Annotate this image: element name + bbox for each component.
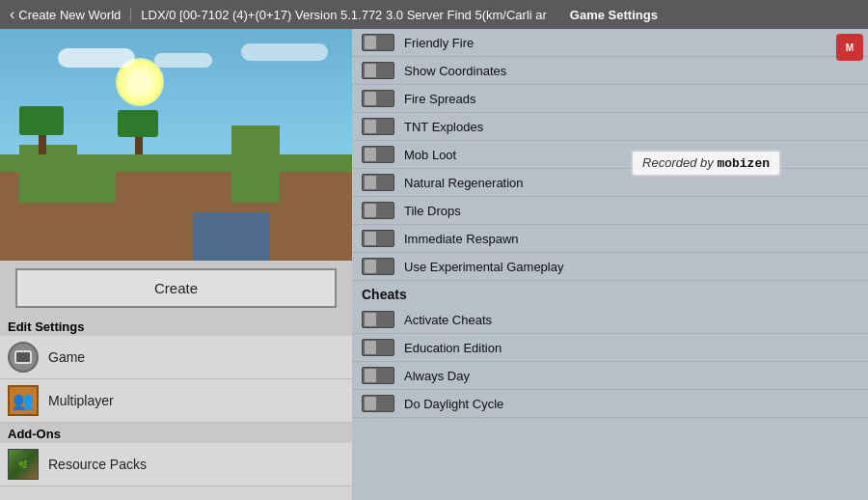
menu-item-resource-packs[interactable]: 🌿 Resource Packs [0, 443, 352, 486]
menu-label-resource-packs: Resource Packs [48, 457, 147, 472]
toggle-label-always-day: Always Day [404, 369, 470, 383]
left-panel: Create Edit Settings Game 👥 Multiplayer … [0, 29, 352, 500]
toggle-row-mob-loot: Mob Loot [352, 141, 868, 169]
menu-label-multiplayer: Multiplayer [48, 393, 114, 408]
toggle-label-activate-cheats: Activate Cheats [404, 313, 492, 327]
toggle-show-coordinates[interactable] [362, 62, 394, 79]
toggle-friendly-fire[interactable] [362, 34, 394, 51]
toggle-row-friendly-fire: Friendly Fire [352, 29, 868, 57]
toggle-row-activate-cheats: Activate Cheats [352, 306, 868, 334]
toggle-label-experimental: Use Experimental Gameplay [404, 260, 563, 274]
toggle-row-natural-regen: Natural Regeneration [352, 169, 868, 197]
toggle-row-daylight-cycle: Do Daylight Cycle [352, 390, 868, 418]
top-bar-breadcrumb-text: LDX/0 [00-7102 (4)+(0+17) Version 5.1.77… [130, 8, 556, 22]
toggle-row-education-edition: Education Edition [352, 334, 868, 362]
top-bar-right-title: Game Settings [556, 8, 671, 22]
back-button[interactable]: ‹ Create New World [0, 0, 130, 29]
toggle-label-immediate-respawn: Immediate Respawn [404, 232, 519, 246]
toggle-tnt-explodes[interactable] [362, 118, 394, 135]
create-button-wrapper: Create [0, 261, 352, 316]
right-panel: Friendly Fire Show Coordinates Fire Spre… [352, 29, 868, 500]
toggle-label-tnt-explodes: TNT Explodes [404, 120, 483, 134]
toggle-mob-loot[interactable] [362, 146, 394, 163]
toggle-row-show-coordinates: Show Coordinates [352, 57, 868, 85]
cheats-section-label: Cheats [352, 281, 868, 306]
toggle-activate-cheats[interactable] [362, 311, 394, 328]
menu-item-multiplayer[interactable]: 👥 Multiplayer [0, 379, 352, 423]
toggle-label-natural-regen: Natural Regeneration [404, 176, 524, 190]
toggle-daylight-cycle[interactable] [362, 395, 394, 412]
back-arrow-icon: ‹ [10, 6, 14, 23]
back-label: Create New World [18, 8, 121, 22]
edit-settings-label: Edit Settings [0, 316, 352, 336]
toggle-row-always-day: Always Day [352, 362, 868, 390]
menu-item-game[interactable]: Game [0, 336, 352, 379]
game-icon [8, 342, 39, 373]
top-bar: ‹ Create New World LDX/0 [00-7102 (4)+(0… [0, 0, 868, 29]
toggle-label-tile-drops: Tile Drops [404, 204, 461, 218]
toggle-fire-spreads[interactable] [362, 90, 394, 107]
toggle-row-tile-drops: Tile Drops [352, 197, 868, 225]
toggle-immediate-respawn[interactable] [362, 230, 394, 247]
clouds-decoration [58, 48, 135, 68]
toggle-label-education-edition: Education Edition [404, 341, 502, 355]
toggle-experimental[interactable] [362, 258, 394, 275]
toggle-row-immediate-respawn: Immediate Respawn [352, 225, 868, 253]
toggle-row-fire-spreads: Fire Spreads [352, 85, 868, 113]
toggle-natural-regen[interactable] [362, 174, 394, 191]
toggle-label-show-coordinates: Show Coordinates [404, 64, 506, 78]
toggle-label-fire-spreads: Fire Spreads [404, 92, 475, 106]
toggle-label-friendly-fire: Friendly Fire [404, 36, 474, 50]
toggle-always-day[interactable] [362, 367, 394, 384]
toggle-education-edition[interactable] [362, 339, 394, 356]
toggle-label-daylight-cycle: Do Daylight Cycle [404, 397, 503, 411]
resource-packs-icon: 🌿 [8, 449, 39, 480]
toggle-tile-drops[interactable] [362, 202, 394, 219]
toggle-row-experimental: Use Experimental Gameplay [352, 253, 868, 281]
create-button[interactable]: Create [15, 268, 337, 308]
mobizen-icon: M [836, 34, 863, 61]
add-ons-label: Add-Ons [0, 423, 352, 443]
menu-label-game: Game [48, 349, 85, 365]
toggle-label-mob-loot: Mob Loot [404, 148, 456, 162]
toggle-row-tnt-explodes: TNT Explodes [352, 113, 868, 141]
multiplayer-icon: 👥 [8, 385, 39, 416]
world-preview [0, 29, 352, 261]
